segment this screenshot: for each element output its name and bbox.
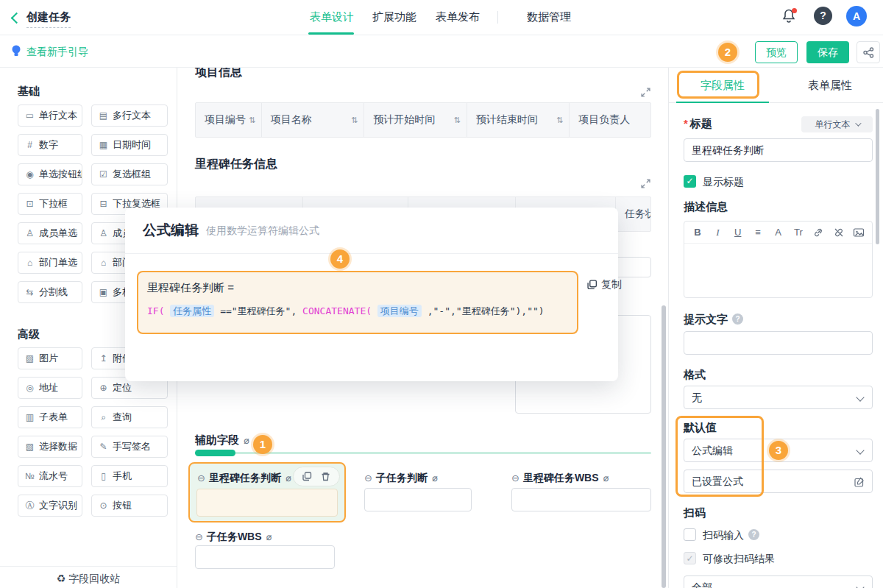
- help-question-icon[interactable]: ?: [732, 314, 743, 325]
- align-icon[interactable]: ≡: [752, 227, 764, 238]
- formula-field-name: 里程碑任务判断 =: [147, 281, 568, 295]
- copy-icon[interactable]: [302, 472, 312, 481]
- field-button-dept-single[interactable]: ⌂部门单选: [18, 252, 82, 274]
- field-button-divider[interactable]: ⇆分割线: [18, 281, 82, 303]
- formula-link-icon: ⊖: [195, 531, 203, 542]
- sort-icon[interactable]: ⇅: [454, 116, 461, 125]
- pin-icon: ◎: [24, 383, 35, 393]
- field-button-ocr[interactable]: Ⓐ文字识别: [18, 495, 82, 517]
- formula-set-field[interactable]: 已设置公式: [684, 470, 873, 493]
- field-button-image[interactable]: ▨图片: [18, 347, 82, 369]
- tab-field-properties[interactable]: 字段属性: [669, 68, 776, 102]
- trash-icon[interactable]: [321, 472, 330, 481]
- tab-form-design[interactable]: 表单设计: [310, 10, 354, 24]
- canvas-scrollbar[interactable]: [662, 305, 666, 588]
- formula-link-icon: ⊖: [197, 472, 205, 483]
- field-button-signature[interactable]: ✎手写签名: [91, 436, 168, 458]
- form-designer-app: 创建任务 表单设计 扩展功能 表单发布 数据管理 ? A 查看新手引导 预览 保…: [0, 0, 883, 588]
- field-card-subtask-judge[interactable]: ⊖子任务判断⌀: [364, 472, 438, 485]
- save-button[interactable]: 保存: [806, 41, 849, 63]
- field-recycle-bin[interactable]: ♻ 字段回收站: [0, 566, 177, 588]
- lightbulb-icon: [10, 44, 22, 59]
- field-button-number[interactable]: #数字: [18, 134, 82, 156]
- tab-form-publish[interactable]: 表单发布: [436, 10, 480, 24]
- expand-icon[interactable]: [641, 88, 650, 97]
- font-size-icon[interactable]: Tr: [792, 227, 804, 238]
- scan-input-checkbox[interactable]: [684, 528, 696, 541]
- font-color-icon[interactable]: A: [773, 227, 784, 238]
- sort-icon[interactable]: ⇅: [351, 116, 358, 125]
- milestone-judge-input[interactable]: [196, 489, 338, 517]
- formula-link-icon: ⊖: [364, 472, 372, 483]
- field-button-multi-text[interactable]: ▤多行文本: [91, 105, 168, 127]
- back-button[interactable]: [10, 12, 19, 24]
- field-button-subform[interactable]: ▥子表单: [18, 406, 82, 428]
- hint-text-input[interactable]: [684, 331, 873, 355]
- field-button-member-single[interactable]: ♙成员单选: [18, 222, 82, 244]
- panel-scrollbar[interactable]: [876, 109, 879, 244]
- field-chip-project-no[interactable]: 项目编号: [377, 305, 422, 317]
- scan-scope-select[interactable]: 全部: [684, 575, 873, 588]
- avatar[interactable]: A: [846, 6, 867, 26]
- help-icon[interactable]: ?: [814, 7, 832, 25]
- departments-icon: ⌂: [98, 258, 109, 268]
- project-info-section-title: 项目信息: [195, 68, 242, 80]
- field-button-datetime[interactable]: ▦日期时间: [91, 134, 168, 156]
- beginner-guide-link[interactable]: 查看新手引导: [26, 46, 88, 59]
- description-editor[interactable]: B I U ≡ A Tr: [684, 221, 873, 298]
- tab-data-manage[interactable]: 数据管理: [527, 10, 571, 24]
- field-button-serial[interactable]: №流水号: [18, 465, 82, 487]
- milestone-wbs-input[interactable]: [511, 488, 651, 511]
- field-card-milestone-judge[interactable]: ⊖里程碑任务判断⌀: [188, 462, 346, 523]
- project-info-table[interactable]: 项目编号⇅ 项目名称⇅ 预计开始时间⇅ 预计结束时间⇅ 项目负责人: [195, 102, 651, 138]
- show-title-label: 显示标题: [703, 176, 744, 189]
- bold-icon[interactable]: B: [692, 227, 703, 238]
- tab-form-properties[interactable]: 表单属性: [776, 68, 883, 102]
- sort-icon[interactable]: ⇅: [249, 116, 255, 125]
- title-input[interactable]: 里程碑任务判断: [684, 138, 873, 162]
- field-button-checkbox-group[interactable]: ☑复选框组: [91, 163, 168, 185]
- scan-input-label: 扫码输入?: [703, 529, 759, 542]
- field-button-phone[interactable]: ▯手机: [91, 465, 168, 487]
- field-card-subtask-wbs[interactable]: ⊖子任务WBS⌀: [195, 531, 272, 544]
- field-type-selector[interactable]: 单行文本: [801, 116, 873, 132]
- field-button-query[interactable]: ⌕查询: [91, 406, 168, 428]
- field-card-milestone-wbs[interactable]: ⊖里程碑任务WBS⌀: [511, 472, 609, 485]
- insert-image-icon[interactable]: [853, 227, 865, 238]
- radio-icon: ◉: [24, 169, 35, 180]
- calendar-icon: ▦: [98, 140, 109, 150]
- subtask-judge-input[interactable]: [364, 488, 472, 511]
- field-button-select-data[interactable]: ▧选择数据: [18, 436, 82, 458]
- format-select[interactable]: 无: [684, 386, 873, 409]
- formula-expression: IF( 任务属性 =="里程碑任务", CONCATENATE( 项目编号 ,"…: [147, 305, 568, 318]
- field-button-dropdown[interactable]: ⊡下拉框: [18, 193, 82, 215]
- field-button-radio-group[interactable]: ◉单选按钮组: [18, 163, 82, 185]
- sort-icon[interactable]: ⇅: [556, 116, 563, 125]
- help-question-icon[interactable]: ?: [748, 529, 759, 540]
- field-button-address[interactable]: ◎地址: [18, 377, 82, 399]
- notification-bell-icon[interactable]: [781, 8, 798, 26]
- scan-editable-checkbox: ✓: [684, 552, 696, 564]
- expand-icon[interactable]: [641, 179, 650, 188]
- preview-button[interactable]: 预览: [755, 41, 798, 63]
- field-chip-task-attr[interactable]: 任务属性: [170, 305, 214, 317]
- field-button-single-text[interactable]: ▭单行文本: [18, 105, 82, 127]
- underline-icon[interactable]: U: [732, 227, 744, 238]
- tab-extensions[interactable]: 扩展功能: [372, 10, 416, 24]
- subform-icon: ▥: [24, 412, 35, 422]
- edit-icon[interactable]: [854, 477, 865, 487]
- tabs-icon: ▣: [98, 287, 109, 297]
- subtask-wbs-input[interactable]: [195, 545, 335, 569]
- copy-formula-button[interactable]: 复制: [587, 278, 622, 291]
- formula-box[interactable]: 里程碑任务判断 = IF( 任务属性 =="里程碑任务", CONCATENAT…: [137, 271, 578, 334]
- share-button[interactable]: [857, 41, 880, 63]
- form-title[interactable]: 创建任务: [26, 10, 71, 28]
- italic-icon[interactable]: I: [712, 227, 723, 238]
- unlink-icon[interactable]: [833, 227, 845, 238]
- hidden-eye-icon: ⌀: [603, 472, 609, 483]
- field-button-button[interactable]: ⊙按钮: [91, 495, 168, 517]
- show-title-checkbox[interactable]: ✓: [684, 175, 696, 188]
- chevron-down-icon: [855, 120, 861, 126]
- link-icon[interactable]: [812, 227, 824, 238]
- description-label: 描述信息: [684, 200, 728, 214]
